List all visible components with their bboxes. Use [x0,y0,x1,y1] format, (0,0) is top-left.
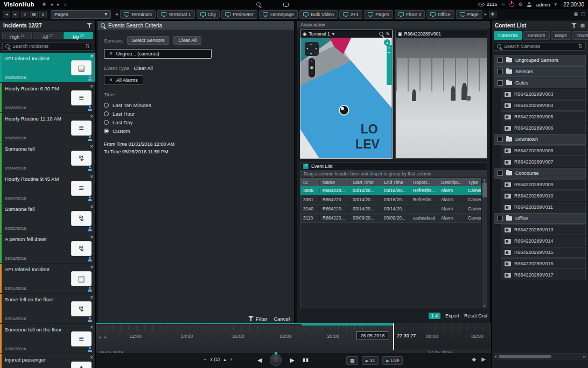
display-icon[interactable] [283,3,289,6]
incident-filter-tab[interactable]: High12 [2,32,32,39]
incident-card[interactable]: A person fell down × 03/16/2016 [0,233,95,263]
page-tab[interactable]: 2+1 [339,10,362,19]
close-icon[interactable]: × [90,235,93,240]
close-icon[interactable]: × [90,295,93,300]
close-icon[interactable]: × [90,144,93,150]
incident-card[interactable]: Injured passenger × [0,354,95,368]
close-icon[interactable]: × [90,174,93,180]
jog-shuttle-knob[interactable] [270,354,282,366]
filter-button[interactable]: Filter [248,316,267,322]
pan-right-icon[interactable] [316,47,317,50]
time-option[interactable]: Last Hour [104,109,288,118]
close-icon[interactable]: × [90,265,93,270]
column-header[interactable]: Report... [410,180,438,185]
tabs-scroll-left[interactable] [115,12,118,17]
pan-up-icon[interactable] [310,43,312,46]
group-checkbox[interactable] [498,137,503,142]
page-tab[interactable]: Terminal 1 [157,10,195,19]
close-icon[interactable]: × [90,204,93,210]
group-by-bar[interactable]: Drag a column header here and drop it to… [300,170,487,178]
event-row[interactable]: 3110 R664220... 03/09/20... 03/09/20... … [300,214,481,223]
tree-row[interactable]: R664220289V008 [501,145,586,156]
user-menu-chevron-icon[interactable] [555,2,557,7]
clear-all-sensors-button[interactable]: Clear All [173,36,201,45]
content-filter-icon[interactable] [571,23,577,28]
page-tab[interactable]: Office [426,10,454,19]
incident-filter-tab[interactable]: All27 [33,32,62,39]
map-view[interactable]: LO LEV [300,38,392,158]
username[interactable]: admin [536,2,550,8]
incident-card[interactable]: Hourly Routine 9:45 AM × 05/24/2016 [0,173,95,203]
incident-search[interactable] [2,42,93,51]
scroll-left-icon[interactable] [494,355,496,358]
incident-card[interactable]: Someone fell × 05/22/2016 [0,203,95,233]
global-search-icon[interactable] [256,2,261,6]
tree-row[interactable]: R664220289V009 [501,179,586,190]
reset-grid-button[interactable]: Reset Grid [464,313,487,319]
camera-search[interactable] [494,42,586,51]
tree-row[interactable]: R664220289V010 [501,190,586,201]
timeline-cursor[interactable] [393,323,394,350]
page-tab[interactable]: Page1 [364,10,393,19]
page-tab[interactable]: Terminals [120,10,156,19]
time-option[interactable]: Last Day [104,118,288,126]
sensor-filter-chip[interactable]: Ungrou... (cameras) [104,49,212,59]
forward-icon[interactable] [57,2,60,7]
pan-left-icon[interactable] [306,47,308,50]
to-time[interactable]: To Time 05/26/2016 11:59 PM [104,148,288,155]
scroll-down-icon[interactable] [484,305,485,308]
frame-grid-button[interactable] [346,356,358,365]
column-header[interactable]: Name [320,180,350,185]
tree-row[interactable]: Ungrouped Sensors [494,55,586,66]
content-list-hscrollbar[interactable] [493,353,587,359]
layout-grid-button[interactable] [30,11,38,18]
event-row[interactable]: 3240 R664220... 03/14/20... 03/14/20... … [300,204,481,214]
nav-forward-button[interactable] [12,11,19,18]
badge-button[interactable]: 8 [39,11,47,18]
export-button[interactable]: Export [445,313,459,319]
clear-all-events-button[interactable]: Clear All [134,65,152,71]
tree-row[interactable]: Gates [494,77,586,88]
view-mode-icon[interactable] [580,23,585,28]
group-checkbox[interactable] [498,80,503,86]
sort-updown-icon[interactable] [578,44,583,49]
tree-row[interactable]: R664220289V006 [501,123,586,133]
zoom-in-icon[interactable] [311,59,313,63]
close-icon[interactable]: × [90,355,93,360]
locate-icon[interactable] [310,66,314,70]
edit-pencil-icon[interactable] [386,32,389,37]
map-zoom-control[interactable] [309,58,315,77]
incident-card[interactable]: API related Incident × 05/26/2016 [0,53,95,82]
pages-dropdown[interactable]: Pages [51,10,111,19]
group-checkbox[interactable] [498,58,503,63]
incident-card[interactable]: Some fell on the floor × 03/14/2016 [0,294,95,323]
group-checkbox[interactable] [498,171,503,176]
add-page-button[interactable] [489,11,496,18]
column-header[interactable]: ID [300,180,320,185]
scroll-up-icon[interactable] [484,178,485,181]
settings-gear-icon[interactable] [519,2,523,7]
map-collapse-badge[interactable] [384,39,390,46]
badge-button[interactable]: 2 [21,11,29,18]
scroll-thumb[interactable] [482,182,487,197]
chevron-down-icon[interactable] [332,32,334,37]
close-icon[interactable]: × [90,325,93,330]
window-restore-icon[interactable] [580,12,585,17]
speed-x1-button[interactable]: x1 [362,356,379,365]
content-tab[interactable]: Maps [551,31,571,40]
speed-decrease-icon[interactable] [204,357,206,362]
camera-tile[interactable]: R664220289V001 [395,30,488,159]
close-icon[interactable]: × [90,54,93,59]
column-header[interactable]: Descript... [438,180,465,185]
tree-row[interactable]: R664220289V007 [501,157,586,167]
tree-row[interactable]: R664220289V003 [501,89,586,100]
back-icon[interactable] [50,2,53,7]
pin-icon[interactable] [42,2,46,7]
scroll-thumb[interactable] [499,355,551,358]
page-tab[interactable]: Homepage [259,10,298,19]
column-header[interactable]: End Time [381,180,410,185]
tree-row[interactable]: R664220289V011 [501,202,586,213]
tree-row[interactable]: R664220289V013 [501,224,586,235]
tree-row[interactable]: Downtown [494,134,586,145]
group-checkbox[interactable] [498,216,503,221]
